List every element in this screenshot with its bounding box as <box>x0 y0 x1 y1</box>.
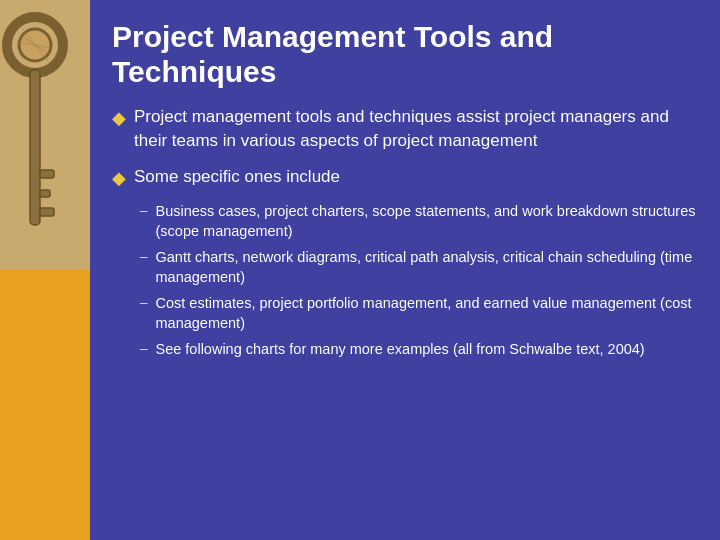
main-bullet-text-2: Some specific ones include <box>134 165 340 189</box>
sub-bullet-2: – Gantt charts, network diagrams, critic… <box>140 247 698 287</box>
left-panel-bottom <box>0 270 90 540</box>
slide-title: Project Management Tools and Techniques <box>112 20 698 89</box>
svg-rect-3 <box>40 170 54 178</box>
main-bullet-1: ◆ Project management tools and technique… <box>112 105 698 153</box>
sub-bullet-3: – Cost estimates, project portfolio mana… <box>140 293 698 333</box>
svg-rect-2 <box>30 70 40 225</box>
title-line1: Project Management Tools and <box>112 20 553 53</box>
sub-bullets: – Business cases, project charters, scop… <box>140 201 698 359</box>
sub-bullet-text-4: See following charts for many more examp… <box>156 339 645 359</box>
main-bullet-2: ◆ Some specific ones include <box>112 165 698 189</box>
svg-rect-4 <box>40 190 50 197</box>
sub-bullet-text-2: Gantt charts, network diagrams, critical… <box>156 247 699 287</box>
main-content: Project Management Tools and Techniques … <box>90 0 720 540</box>
bullet-diamond-2: ◆ <box>112 167 126 189</box>
title-line2: Techniques <box>112 55 276 88</box>
sub-bullet-4: – See following charts for many more exa… <box>140 339 698 359</box>
sub-bullet-text-1: Business cases, project charters, scope … <box>156 201 699 241</box>
sub-dash-1: – <box>140 202 148 219</box>
left-panel-top <box>0 0 90 270</box>
bullet-section: ◆ Project management tools and technique… <box>112 105 698 520</box>
sub-dash-3: – <box>140 294 148 311</box>
sub-dash-4: – <box>140 340 148 357</box>
bullet-diamond-1: ◆ <box>112 107 126 129</box>
sub-bullet-text-3: Cost estimates, project portfolio manage… <box>156 293 699 333</box>
sub-bullet-1: – Business cases, project charters, scop… <box>140 201 698 241</box>
left-panel <box>0 0 90 540</box>
sub-dash-2: – <box>140 248 148 265</box>
key-illustration <box>0 0 70 250</box>
main-bullet-text-1: Project management tools and techniques … <box>134 105 698 153</box>
svg-rect-5 <box>40 208 54 216</box>
